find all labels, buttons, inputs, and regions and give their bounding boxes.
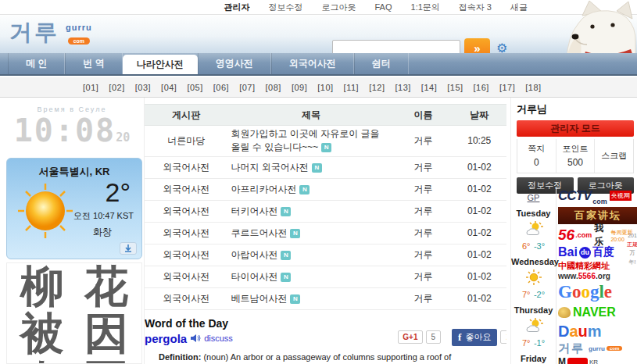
- topbar-link-admin[interactable]: 관리자: [224, 2, 250, 13]
- social-buttons: G+1 5 f 좋아요 2: [398, 329, 506, 346]
- cell-board[interactable]: 외국어사전: [145, 244, 227, 266]
- ad-56com[interactable]: 56 .com 我乐 每周更新20:00: [558, 226, 637, 244]
- ad-baidu[interactable]: Bai du 百度: [558, 244, 637, 260]
- wotd-discuss-link[interactable]: discuss: [204, 334, 233, 343]
- tab-rest-area[interactable]: 쉼터: [354, 53, 409, 74]
- page-link-06[interactable]: [06]: [213, 83, 229, 92]
- cell-title: 나머지 외국어사전N: [227, 156, 394, 178]
- col-header-board: 게시판: [145, 105, 227, 126]
- topbar-link-edit-info[interactable]: 정보수정: [269, 2, 303, 13]
- new-badge-icon: N: [281, 273, 291, 282]
- page-link-14[interactable]: [14]: [421, 83, 437, 92]
- ad-daum[interactable]: Daum: [558, 322, 637, 341]
- gplus-button[interactable]: G+1: [398, 330, 422, 344]
- post-link[interactable]: 아랍어사전: [231, 249, 277, 260]
- point-stat[interactable]: 포인트 500: [556, 139, 596, 173]
- sunny-icon: [525, 269, 542, 286]
- page-link-13[interactable]: [13]: [395, 83, 410, 92]
- partly-cloudy-icon: [524, 220, 543, 237]
- new-badge-icon: N: [281, 207, 291, 216]
- page-link-07[interactable]: [07]: [239, 83, 255, 92]
- page-link-08[interactable]: [08]: [266, 83, 281, 92]
- tab-korean-dictionary[interactable]: 나라안사전: [123, 55, 198, 74]
- wotd-word-link[interactable]: pergola: [145, 332, 187, 345]
- ad-cctv[interactable]: CCTV com 央视网: [558, 186, 637, 205]
- google-letter: e: [604, 282, 612, 302]
- weather-download-button[interactable]: [120, 242, 137, 255]
- tab-english-dictionary[interactable]: 영영사전: [198, 53, 271, 74]
- page-link-05[interactable]: [05]: [187, 83, 202, 92]
- cell-board[interactable]: 외국어사전: [145, 178, 227, 200]
- page-link-09[interactable]: [09]: [292, 83, 307, 92]
- cell-title: 아프리카어사전N: [227, 178, 394, 200]
- cell-board[interactable]: 외국어사전: [145, 287, 227, 309]
- page-link-12[interactable]: [12]: [369, 83, 385, 92]
- url-prefix: www.: [558, 272, 578, 280]
- post-link[interactable]: 터키어사전: [231, 205, 277, 216]
- topbar-link-inquiry[interactable]: 1:1문의: [411, 2, 440, 13]
- ad-naver[interactable]: NAVER: [558, 303, 637, 322]
- tab-foreign-dictionary[interactable]: 외국어사전: [271, 53, 354, 74]
- post-link[interactable]: 회원가입하고 이곳에 자유로이 글을 올릴 수 있습니다~~~: [231, 128, 379, 152]
- post-link[interactable]: 타이어사전: [231, 271, 277, 282]
- cell-board[interactable]: 외국어사전: [145, 200, 227, 222]
- ad-gurru[interactable]: 거루 gurru com: [558, 341, 637, 356]
- cell-date: 10:25: [453, 126, 506, 157]
- ad-5566-title[interactable]: 中國精彩網址: [558, 260, 637, 271]
- site-logo[interactable]: 거루 gurru com: [9, 21, 92, 46]
- page-link-16[interactable]: [16]: [474, 83, 489, 92]
- cell-board[interactable]: 외국어사전: [145, 266, 227, 287]
- ad-5566-url[interactable]: www.5566.org: [558, 271, 637, 281]
- page-link-01[interactable]: [01]: [83, 83, 98, 92]
- page-link-17[interactable]: [17]: [499, 83, 515, 92]
- baidu-cn-label: 百度: [592, 245, 614, 259]
- calligraphy-char: 花: [84, 263, 128, 310]
- forecast-gp-link[interactable]: GP: [528, 193, 540, 202]
- cell-board[interactable]: 외국어사전: [145, 222, 227, 244]
- facebook-like-button[interactable]: f 좋아요: [452, 329, 497, 346]
- post-link[interactable]: 쿠르드어사전: [231, 227, 287, 238]
- post-link[interactable]: 나머지 외국어사전: [231, 162, 308, 173]
- topbar-link-visitors[interactable]: 접속자 3: [459, 2, 492, 13]
- logo-korean-text: 거루: [9, 21, 59, 44]
- cell-title: 회원가입하고 이곳에 자유로이 글을 올릴 수 있습니다~~~N: [227, 126, 394, 157]
- calligraphy-char: 園: [84, 358, 128, 364]
- cell-name: 거루: [394, 126, 452, 157]
- new-badge-icon: N: [312, 163, 322, 173]
- page-link-04[interactable]: [04]: [161, 83, 177, 92]
- admin-mode-button[interactable]: 관리자 모드: [517, 120, 634, 137]
- ad-google[interactable]: Google: [558, 281, 637, 303]
- tab-translate[interactable]: 번 역: [65, 53, 122, 74]
- topbar-link-logout[interactable]: 로그아웃: [322, 2, 356, 13]
- memo-label: 쪽지: [517, 143, 556, 155]
- page-link-02[interactable]: [02]: [109, 83, 124, 92]
- post-link[interactable]: 베트남어사전: [231, 293, 287, 304]
- scrap-stat[interactable]: 스크랩: [595, 139, 633, 173]
- top-utility-bar: 관리자 정보수정 로그아웃 FAQ 1:1문의 접속자 3 새글: [0, 0, 637, 15]
- speaker-icon[interactable]: [191, 334, 201, 343]
- topbar-link-new-posts[interactable]: 새글: [510, 2, 528, 13]
- google-letter: G: [558, 282, 572, 302]
- point-label: 포인트: [556, 143, 595, 155]
- partly-cloudy-icon: [524, 317, 543, 334]
- page-link-10[interactable]: [10]: [317, 83, 333, 92]
- cell-name: 거루: [394, 156, 452, 178]
- page-link-18[interactable]: [18]: [525, 83, 541, 92]
- youtube-m-text: M: [558, 356, 566, 364]
- page-link-15[interactable]: [15]: [447, 83, 463, 92]
- tab-main[interactable]: 메 인: [8, 53, 65, 74]
- ad-youtube-partial[interactable]: M KR: [558, 356, 637, 364]
- memo-stat[interactable]: 쪽지 0: [517, 139, 556, 173]
- topbar-link-faq[interactable]: FAQ: [375, 2, 392, 12]
- cell-board[interactable]: 너른마당: [145, 126, 227, 157]
- page-link-03[interactable]: [03]: [135, 83, 151, 92]
- definition-text: (noun) An arbor or a passageway of colum…: [159, 352, 451, 364]
- google-letter: g: [590, 282, 599, 302]
- page-link-11[interactable]: [11]: [344, 83, 360, 92]
- post-link[interactable]: 아프리카어사전: [231, 184, 296, 194]
- gurru-homepage: 관리자 정보수정 로그아웃 FAQ 1:1문의 접속자 3 새글 거루 gurr…: [0, 0, 637, 364]
- table-row: 외국어사전 아랍어사전N 거루 01-02: [145, 244, 506, 266]
- cell-board[interactable]: 외국어사전: [145, 156, 227, 178]
- 56-logo-domain: .com: [575, 231, 592, 239]
- weather-condition: 화창: [93, 226, 112, 239]
